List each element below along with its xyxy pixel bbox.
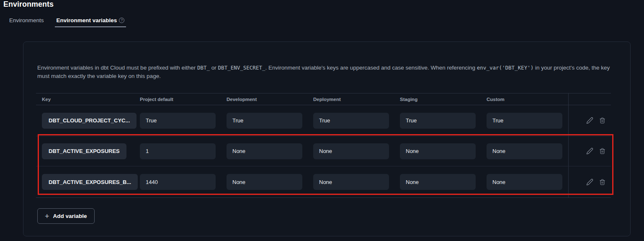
variable-value: True: [487, 113, 562, 129]
description-part: . Environment variable's keys are upperc…: [265, 65, 477, 71]
environments-page: { "page": { "title": "Environments" }, "…: [0, 0, 644, 241]
variable-key: DBT_CLOUD_PROJECT_CYC...: [42, 113, 137, 129]
variable-key-cell: DBT_CLOUD_PROJECT_CYC...: [36, 113, 134, 129]
variable-key: DBT_ACTIVE_EXPOSURES: [42, 143, 126, 159]
tab-bar: Environments Environment variables ?: [9, 17, 126, 27]
variable-value: 1: [140, 143, 216, 159]
add-variable-label: Add variable: [53, 213, 87, 219]
variable-value: None: [400, 174, 476, 190]
variable-value: None: [487, 143, 562, 159]
delete-variable-button[interactable]: [599, 148, 605, 154]
variable-key: DBT_ACTIVE_EXPOSURES_B...: [42, 174, 138, 190]
custom-cell: True: [481, 113, 568, 129]
variable-key-cell: DBT_ACTIVE_EXPOSURES: [36, 143, 134, 159]
variable-value: True: [227, 113, 302, 129]
plus-icon: +: [45, 212, 49, 220]
table-row: DBT_CLOUD_PROJECT_CYC... True True True …: [36, 105, 611, 136]
table-row-highlighted: DBT_ACTIVE_EXPOSURES 1 None None None No…: [36, 136, 611, 166]
deployment-cell: None: [307, 143, 394, 159]
delete-trash-icon: [599, 117, 605, 124]
environment-variables-card: Environment variables in dbt Cloud must …: [23, 41, 631, 236]
project-default-cell: True: [134, 113, 221, 129]
variable-key-cell: DBT_ACTIVE_EXPOSURES_B...: [36, 174, 134, 190]
row-actions: [568, 166, 611, 197]
description-part: or: [210, 65, 218, 71]
edit-variable-button[interactable]: [586, 148, 593, 155]
deployment-cell: None: [307, 174, 394, 190]
column-header-custom: Custom: [481, 97, 568, 102]
column-header-key: Key: [36, 97, 134, 102]
column-header-project-default: Project default: [134, 97, 221, 102]
project-default-cell: 1440: [134, 174, 221, 190]
variable-value: None: [400, 143, 476, 159]
edit-variable-button[interactable]: [586, 179, 593, 186]
description-part: Environment variables in dbt Cloud must …: [37, 65, 197, 71]
variable-value: None: [227, 143, 302, 159]
variable-value: None: [313, 143, 389, 159]
tab-environments[interactable]: Environments: [9, 17, 44, 27]
page-title: Environments: [3, 0, 54, 9]
development-cell: True: [221, 113, 307, 129]
column-header-staging: Staging: [394, 97, 481, 102]
development-cell: None: [221, 143, 307, 159]
tab-environment-variables[interactable]: Environment variables ?: [55, 17, 126, 27]
description-text: Environment variables in dbt Cloud must …: [37, 64, 610, 80]
description-code: env_var('DBT_KEY'): [477, 65, 533, 71]
variable-value: None: [227, 174, 302, 190]
delete-trash-icon: [599, 148, 605, 154]
add-variable-button[interactable]: + Add variable: [37, 208, 95, 224]
edit-pencil-icon: [586, 148, 593, 155]
column-header-development: Development: [221, 97, 307, 102]
row-actions: [568, 105, 611, 136]
variable-value: True: [140, 113, 216, 129]
table-header-row: Key Project default Development Deployme…: [36, 93, 611, 105]
custom-cell: None: [481, 143, 568, 159]
row-actions: [568, 136, 611, 166]
staging-cell: None: [394, 174, 481, 190]
variable-value: True: [313, 113, 389, 129]
variable-value: 1440: [140, 174, 216, 190]
staging-cell: None: [394, 143, 481, 159]
variable-value: True: [400, 113, 476, 129]
delete-variable-button[interactable]: [599, 117, 605, 124]
table-row-highlighted: DBT_ACTIVE_EXPOSURES_B... 1440 None None…: [36, 166, 611, 198]
delete-variable-button[interactable]: [599, 179, 605, 185]
development-cell: None: [221, 174, 307, 190]
column-header-deployment: Deployment: [307, 97, 394, 102]
variable-value: None: [313, 174, 389, 190]
edit-pencil-icon: [586, 179, 593, 186]
edit-pencil-icon: [586, 117, 593, 124]
variable-value: None: [487, 174, 562, 190]
edit-variable-button[interactable]: [586, 117, 593, 124]
column-header-actions: [568, 93, 611, 105]
help-icon[interactable]: ?: [119, 18, 124, 23]
tab-environment-variables-label: Environment variables: [57, 17, 117, 23]
staging-cell: True: [394, 113, 481, 129]
environment-variables-table: Key Project default Development Deployme…: [36, 93, 611, 198]
custom-cell: None: [481, 174, 568, 190]
description-code: DBT_: [197, 65, 210, 71]
delete-trash-icon: [599, 179, 605, 185]
deployment-cell: True: [307, 113, 394, 129]
project-default-cell: 1: [134, 143, 221, 159]
description-code: DBT_ENV_SECRET_: [218, 65, 265, 71]
